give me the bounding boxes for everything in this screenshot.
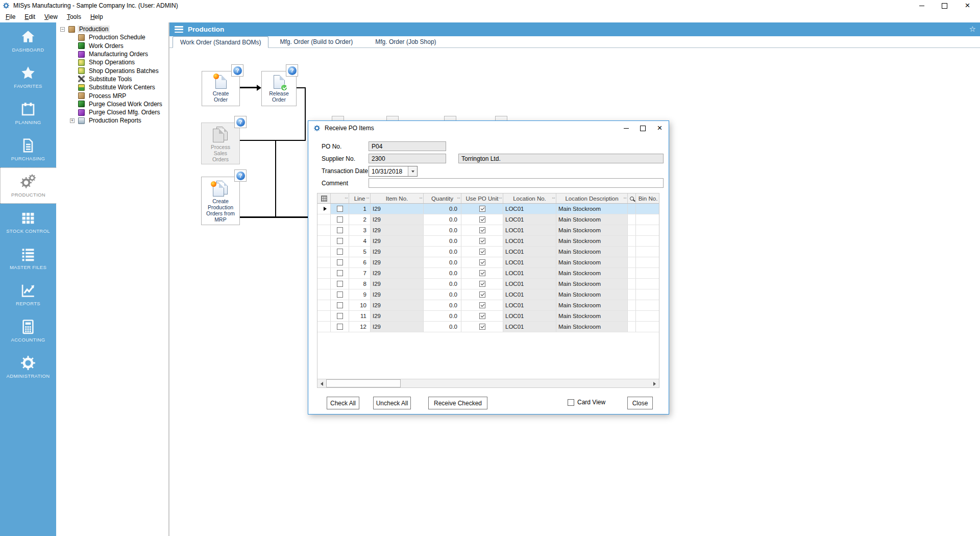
location-description-cell[interactable]: Main Stockroom (556, 257, 628, 267)
table-row[interactable]: 3I290.0LOC01Main Stockroom (317, 225, 659, 236)
table-row[interactable]: 10I290.0LOC01Main Stockroom (317, 300, 659, 311)
scrollbar-thumb[interactable] (326, 379, 401, 387)
location-description-cell[interactable]: Main Stockroom (556, 204, 628, 214)
row-select-cell[interactable] (331, 257, 349, 267)
use-po-unit-cell[interactable] (461, 214, 503, 225)
table-row[interactable]: 6I290.0LOC01Main Stockroom (317, 257, 659, 268)
use-po-unit-cell[interactable] (461, 322, 503, 332)
collapse-icon[interactable]: − (60, 27, 65, 32)
line-cell[interactable]: 9 (349, 289, 371, 300)
use-po-unit-checkbox[interactable] (479, 249, 485, 255)
use-po-unit-cell[interactable] (461, 289, 503, 300)
bin-no-cell[interactable] (636, 236, 659, 246)
horizontal-scrollbar[interactable] (317, 379, 659, 387)
item-no-cell[interactable]: I29 (371, 225, 424, 235)
location-no-header[interactable]: Location No. (503, 193, 556, 203)
row-select-cell[interactable] (331, 247, 349, 257)
line-cell[interactable]: 3 (349, 225, 371, 235)
row-checkbox[interactable] (337, 324, 343, 330)
tree-item-production-reports[interactable]: +Production Reports (56, 116, 168, 125)
line-cell[interactable]: 5 (349, 247, 371, 257)
use-po-unit-checkbox[interactable] (479, 291, 485, 298)
sidebar-item-administration[interactable]: ADMINISTRATION (0, 349, 56, 385)
use-po-unit-checkbox[interactable] (479, 270, 485, 276)
comment-field[interactable] (369, 178, 664, 188)
sidebar-item-production[interactable]: PRODUCTION (0, 167, 56, 204)
help-button[interactable]: ? (234, 116, 247, 128)
quantity-cell[interactable]: 0.0 (424, 257, 461, 267)
location-no-cell[interactable]: LOC01 (503, 300, 556, 310)
item-no-header[interactable]: Item No. (371, 193, 424, 203)
use-po-unit-cell[interactable] (461, 300, 503, 310)
transaction-date-value[interactable]: 10/31/2018 (369, 166, 408, 176)
location-no-cell[interactable]: LOC01 (503, 279, 556, 289)
uncheck-all-button[interactable]: Uncheck All (373, 397, 411, 409)
card-view-checkbox[interactable] (568, 399, 574, 406)
sidebar-item-reports[interactable]: REPORTS (0, 276, 56, 312)
tree-item-purge-closed-work-orders[interactable]: Purge Closed Work Orders (56, 100, 168, 108)
item-no-cell[interactable]: I29 (371, 268, 424, 278)
line-cell[interactable]: 11 (349, 311, 371, 321)
use-po-unit-cell[interactable] (461, 311, 503, 321)
bin-no-cell[interactable] (636, 268, 659, 278)
item-no-cell[interactable]: I29 (371, 311, 424, 321)
row-select-cell[interactable] (331, 289, 349, 300)
supplier-name-field[interactable]: Torrington Ltd. (458, 154, 664, 163)
item-no-cell[interactable]: I29 (371, 236, 424, 246)
table-row[interactable]: 1I290.0LOC01Main Stockroom (317, 204, 659, 214)
row-checkbox[interactable] (337, 238, 343, 244)
location-description-cell[interactable]: Main Stockroom (556, 214, 628, 225)
row-select-cell[interactable] (331, 322, 349, 332)
tree-item-substitute-tools[interactable]: Substitute Tools (56, 75, 168, 83)
sidebar-item-favorites[interactable]: FAVORITES (0, 59, 56, 95)
location-description-cell[interactable]: Main Stockroom (556, 225, 628, 235)
row-checkbox[interactable] (337, 302, 343, 308)
row-checkbox[interactable] (337, 216, 343, 223)
search-header[interactable] (628, 193, 636, 203)
row-checkbox[interactable] (337, 249, 343, 255)
row-checkbox[interactable] (337, 281, 343, 287)
line-cell[interactable]: 7 (349, 268, 371, 278)
bin-no-header[interactable]: Bin No. (636, 193, 659, 203)
tree-item-production[interactable]: −Production (56, 25, 168, 33)
bin-no-cell[interactable] (636, 322, 659, 332)
table-row[interactable]: 8I290.0LOC01Main Stockroom (317, 279, 659, 289)
location-description-cell[interactable]: Main Stockroom (556, 300, 628, 310)
row-checkbox[interactable] (337, 291, 343, 298)
row-checkbox[interactable] (337, 270, 343, 276)
location-description-header[interactable]: Location Description (556, 193, 628, 203)
location-description-cell[interactable]: Main Stockroom (556, 289, 628, 300)
location-description-cell[interactable]: Main Stockroom (556, 311, 628, 321)
row-checkbox[interactable] (337, 206, 343, 212)
table-row[interactable]: 9I290.0LOC01Main Stockroom (317, 289, 659, 300)
quantity-cell[interactable]: 0.0 (424, 279, 461, 289)
item-no-cell[interactable]: I29 (371, 300, 424, 310)
check-all-button[interactable]: Check All (327, 397, 359, 409)
quantity-cell[interactable]: 0.0 (424, 204, 461, 214)
use-po-unit-checkbox[interactable] (479, 238, 485, 244)
use-po-unit-cell[interactable] (461, 236, 503, 246)
location-no-cell[interactable]: LOC01 (503, 225, 556, 235)
location-no-cell[interactable]: LOC01 (503, 322, 556, 332)
location-no-cell[interactable]: LOC01 (503, 236, 556, 246)
line-cell[interactable]: 10 (349, 300, 371, 310)
row-select-cell[interactable] (331, 268, 349, 278)
row-select-cell[interactable] (331, 214, 349, 225)
create-production-orders-mrp-box[interactable]: Create Production Orders from MRP (201, 177, 240, 225)
line-cell[interactable]: 4 (349, 236, 371, 246)
help-button[interactable]: ? (234, 169, 247, 182)
row-indicator-header[interactable] (317, 193, 331, 203)
menu-edit[interactable]: Edit (20, 12, 40, 21)
table-row[interactable]: 5I290.0LOC01Main Stockroom (317, 247, 659, 257)
quantity-cell[interactable]: 0.0 (424, 225, 461, 235)
bin-no-cell[interactable] (636, 289, 659, 300)
tab-work-order-standard-boms[interactable]: Work Order (Standard BOMs) (173, 36, 268, 48)
item-no-cell[interactable]: I29 (371, 257, 424, 267)
line-header[interactable]: Line (349, 193, 371, 203)
quantity-cell[interactable]: 0.0 (424, 322, 461, 332)
item-no-cell[interactable]: I29 (371, 214, 424, 225)
sidebar-item-dashboard[interactable]: DASHBOARD (0, 22, 56, 59)
row-select-cell[interactable] (331, 311, 349, 321)
quantity-cell[interactable]: 0.0 (424, 311, 461, 321)
menu-icon[interactable] (175, 26, 183, 33)
